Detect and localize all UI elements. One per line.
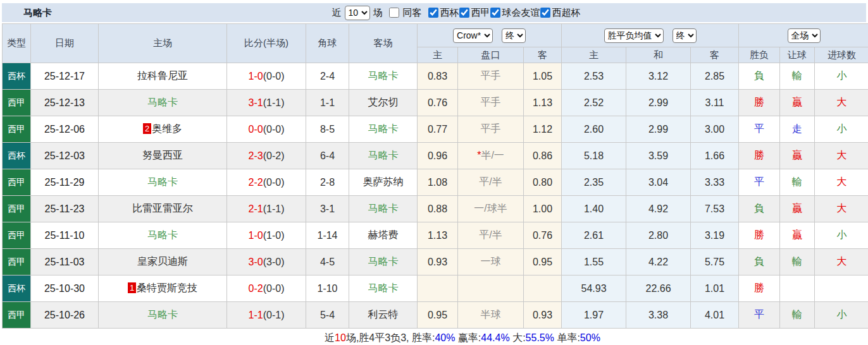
europe-home-odds: 1.40 [562,196,626,222]
result-goals: 小 [815,302,868,329]
asian-away-odds: 1.13 [524,90,562,116]
laliga-label: 西甲 [471,7,490,19]
match-date: 25-12-17 [31,63,99,90]
europe-away-odds: 1.01 [691,275,739,302]
col-header-corners: 角球 [306,24,349,63]
sub-header-asian-home: 主 [418,47,458,63]
europe-time-select[interactable]: 终 [673,28,697,43]
scope-select[interactable]: 全场 [788,28,821,43]
laliga-checkbox[interactable] [459,8,469,18]
half-time-score: (0-1) [263,310,285,320]
score-cell: 0-0(0-0) [227,116,306,143]
away-team-cell: 利云特 [349,302,418,329]
half-time-score: (1-1) [263,97,285,108]
table-row: 西甲 25-11-03 皇家贝迪斯 3-0(3-0) 4-5 马略卡 0.93 … [3,249,868,275]
filter-laliga[interactable]: 西甲 [459,7,490,19]
match-date: 25-11-29 [31,169,99,196]
result-handicap: 贏 [780,196,815,222]
away-team-cell: 马略卡 [349,275,418,302]
recent-count-select[interactable]: 10 [345,6,370,20]
europe-away-odds: 7.53 [691,196,739,222]
summary-segment: 大: [510,332,526,345]
europe-draw-odds: 22.66 [626,275,691,302]
handicap-line: 平/半 [479,229,502,240]
handicap-line: 半/一 [481,150,504,160]
home-team-name: 马略卡 [147,229,178,240]
home-team-cell: 皇家贝迪斯 [99,249,227,275]
result-goals: 大 [815,90,868,116]
europe-draw-odds: 2.99 [626,90,691,116]
summary-segment: 40% [435,332,455,344]
score-cell: 1-0(0-0) [227,63,306,90]
same-away-checkbox[interactable] [389,8,399,18]
europe-home-odds: 2.52 [562,90,626,116]
europe-draw-odds: 3.38 [626,302,691,329]
asian-home-odds: 0.96 [418,143,458,169]
handicap-cell: 平手 [458,116,524,143]
corners: 2-4 [306,63,349,90]
score-cell: 2-3(0-2) [227,143,306,169]
friendly-label: 球会友谊 [502,7,540,19]
half-time-score: (0-0) [263,71,285,82]
away-team-name: 利云特 [368,309,399,320]
europe-home-odds: 1.97 [562,302,626,329]
cup-checkbox[interactable] [428,8,438,18]
table-row: 西甲 25-12-13 马略卡 3-1(1-1) 1-1 艾尔切 0.76 平手… [3,90,868,116]
asian-home-odds: 0.88 [418,196,458,222]
corners: 1-14 [306,222,349,249]
col-header-away: 客场 [349,24,418,63]
away-team-name: 奥萨苏纳 [363,176,404,187]
home-team-cell: 马略卡 [99,222,227,249]
supercup-checkbox[interactable] [540,8,550,18]
result-wdl: 勝 [739,275,780,302]
games-label: 场 [373,7,383,19]
result-wdl: 負 [739,63,780,90]
asian-away-odds: 0.80 [524,169,562,196]
filter-cup[interactable]: 西杯 [428,7,459,19]
away-team-cell: 奥萨苏纳 [349,169,418,196]
europe-odds-select[interactable]: 胜平负均值 [604,28,664,43]
summary-segment: 55.5% [526,332,554,344]
away-team-name: 马略卡 [368,256,399,267]
europe-draw-odds: 4.22 [626,249,691,275]
result-wdl: 平 [739,169,780,196]
asian-away-odds: 1.12 [524,116,562,143]
away-team-cell: 马略卡 [349,143,418,169]
europe-home-odds: 2.53 [562,63,626,90]
summary-footer: 近10场,胜4平3负3, 胜率:40% 赢率:44.4% 大:55.5% 单率:… [2,329,866,345]
handicap-line: 一球 [481,256,501,267]
europe-home-odds: 54.93 [562,275,626,302]
summary-segment: 赢率: [455,332,481,345]
asian-home-odds: 0.93 [418,249,458,275]
cup-label: 西杯 [440,7,459,19]
result-handicap: 贏 [780,90,815,116]
filter-friendly[interactable]: 球会友谊 [490,7,540,19]
result-goals: 大 [815,196,868,222]
corners: 4-5 [306,249,349,275]
corners: 3-1 [306,196,349,222]
full-time-score: 2-1 [249,203,263,214]
europe-away-odds: 3.19 [691,222,739,249]
europe-draw-odds: 3.59 [626,143,691,169]
friendly-checkbox[interactable] [490,8,500,18]
sub-header-wdl: 胜负 [739,47,780,63]
table-row: 西甲 25-11-29 马略卡 2-2(0-0) 2-8 奥萨苏纳 1.08 平… [3,169,868,196]
handicap-cell [458,275,524,302]
bookmaker-select[interactable]: Crow* [453,28,493,43]
home-team-cell: 1桑特贾斯竞技 [99,275,227,302]
score-cell: 3-1(1-1) [227,90,306,116]
corners: 8-5 [306,116,349,143]
filter-same-away[interactable]: 同客 [389,7,422,19]
full-time-score: 1-1 [249,310,263,320]
asian-home-odds: 0.76 [418,90,458,116]
asian-time-select[interactable]: 终 [502,28,526,43]
europe-away-odds: 3.33 [691,169,739,196]
home-team-name: 桑特贾斯竞技 [137,282,197,293]
filter-supercup[interactable]: 西超杯 [540,7,581,19]
handicap-line: 平/半 [479,176,502,187]
europe-home-odds: 2.60 [562,116,626,143]
competition-type: 西甲 [3,222,31,249]
home-team-name: 马略卡 [147,176,178,187]
score-cell: 0-2(0-0) [227,275,306,302]
away-team-name: 马略卡 [368,203,399,214]
